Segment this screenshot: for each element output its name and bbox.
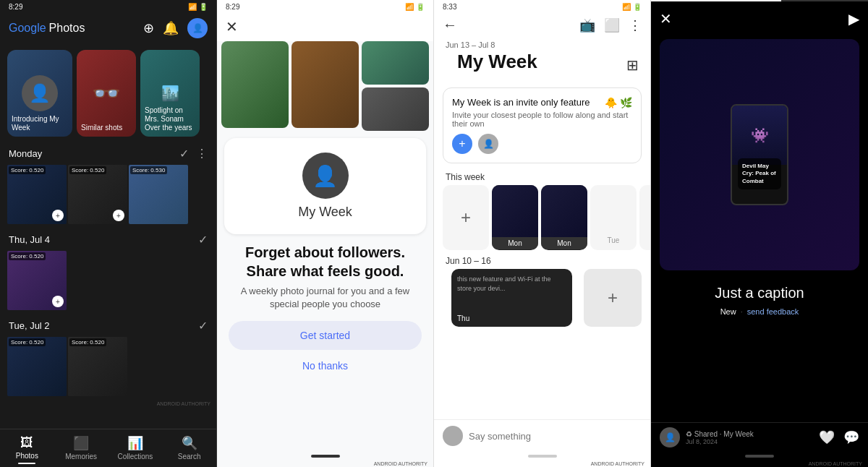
memory-card-spotlight[interactable]: 🏙️ Spotlight on Mrs. Sonam Over the year…	[140, 50, 200, 137]
tue-check-icon[interactable]: ✓	[198, 319, 208, 333]
shared-date: Jul 8, 2024	[686, 438, 754, 445]
video-thumbnail[interactable]: 👾 Devil May Cry: Peak of Combat	[660, 39, 859, 270]
feedback-link[interactable]: send feedback	[747, 307, 799, 316]
back-button[interactable]: ←	[443, 17, 457, 33]
prev-week-card[interactable]: this new feature and Wi-Fi at the store …	[451, 269, 572, 327]
week-day-mon-1-label: Mon	[492, 237, 538, 249]
watermark-2: ANDROID AUTHORITY	[217, 460, 433, 467]
photo-thumb-thu-1[interactable]: Score: 0.520 +	[7, 251, 67, 310]
phone-mockup: 👾 Devil May Cry: Peak of Combat	[731, 104, 788, 205]
prev-week-text: this new feature and Wi-Fi at the store …	[451, 269, 572, 299]
photo-thumb-3[interactable]: Score: 0.530	[129, 165, 188, 224]
myweek-card-title: My Week	[298, 205, 352, 220]
nav-photos-label: Photos	[16, 452, 38, 460]
photos-text: Photos	[49, 22, 85, 35]
week-day-mon-2-label: Mon	[541, 237, 587, 249]
memory-card-similar[interactable]: 👓 Similar shots	[77, 50, 136, 137]
week-days-scroll: + Mon Mon Tue W	[434, 185, 650, 250]
add-icon[interactable]: ⊕	[143, 20, 154, 36]
photos-nav-icon: 🖼	[20, 435, 33, 450]
nav-memories[interactable]: ⬛ Memories	[59, 435, 103, 464]
app-logo: Google Photos	[9, 22, 85, 35]
check-circle-icon[interactable]: ✓	[179, 147, 189, 160]
bell-icon[interactable]: 🔔	[163, 20, 179, 36]
like-icon[interactable]: 🤍	[819, 429, 835, 445]
more-options-icon[interactable]: ⋮	[629, 17, 642, 33]
nav-memories-label: Memories	[65, 453, 97, 460]
shared-by-label: ♻ Shared · My Week	[686, 430, 754, 438]
add-person-button[interactable]: +	[452, 134, 472, 154]
thu-section-header: Thu, Jul 4 ✓	[0, 228, 216, 251]
panel4-close-button[interactable]: ✕	[660, 10, 672, 27]
nav-active-indicator	[18, 463, 35, 464]
score-badge-thu-1: Score: 0.520	[9, 252, 46, 260]
score-badge-tue-2: Score: 0.520	[69, 338, 106, 346]
score-badge-tue-1: Score: 0.520	[9, 338, 46, 346]
week-day-mon-2[interactable]: Mon	[541, 185, 587, 250]
feedback-row: New · send feedback	[651, 306, 868, 317]
photos-header: Google Photos ⊕ 🔔 👤	[0, 12, 216, 44]
progress-bar-fill	[651, 0, 781, 1]
grid-view-icon[interactable]: ⊞	[626, 56, 639, 74]
invite-avatar: 👤	[478, 134, 498, 154]
game-title: Devil May Cry: Peak of Combat	[742, 163, 777, 185]
photo-thumb-2[interactable]: Score: 0.520 +	[68, 165, 127, 224]
home-indicator-4	[745, 455, 774, 458]
feedback-separator: ·	[741, 307, 743, 316]
collage-photo-4	[362, 87, 429, 131]
time-1: 8:29	[9, 3, 22, 11]
collage-photo-2	[292, 41, 359, 128]
panel4-play-button[interactable]: ▶	[848, 10, 859, 27]
video-content: 👾 Devil May Cry: Peak of Combat	[660, 39, 859, 270]
photo-thumb-tue-2[interactable]: Score: 0.520	[68, 337, 127, 396]
prev-week-add-button[interactable]: +	[584, 269, 642, 327]
watermark-3: ANDROID AUTHORITY	[434, 460, 650, 467]
prev-week-row: this new feature and Wi-Fi at the store …	[434, 269, 650, 327]
photo-thumb-tue-1[interactable]: Score: 0.520	[7, 337, 67, 396]
user-avatar[interactable]: 👤	[187, 18, 208, 38]
status-bar-2: 8:29 📶 🔋	[217, 0, 433, 12]
person-icon: 👤	[29, 83, 51, 103]
caption-text: Just a caption	[651, 276, 868, 306]
collage-photo-1	[221, 41, 289, 128]
week-day-mon-1[interactable]: Mon	[492, 185, 538, 250]
monday-photos: Score: 0.520 + Score: 0.520 + Score: 0.5…	[0, 165, 216, 228]
subtitle: A weekly photo journal for you and a few…	[229, 285, 422, 311]
memory-label-intro: Introducing My Week	[12, 115, 68, 132]
video-game-scene: 👾	[732, 106, 787, 165]
thu-check-icon[interactable]: ✓	[198, 233, 208, 247]
prev-text-content: this new feature and Wi-Fi at the store …	[457, 275, 566, 293]
no-thanks-button[interactable]: No thanks	[297, 354, 354, 377]
photo-plus-2[interactable]: +	[113, 210, 124, 221]
tablet-icon[interactable]: ⬜	[604, 17, 620, 33]
home-indicator-3	[528, 455, 557, 458]
panel4-topbar: ✕ ▶	[651, 3, 868, 33]
status-icons-1: 📶 🔋	[188, 3, 208, 11]
comment-icon[interactable]: 💬	[843, 429, 859, 445]
nav-collections-label: Collections	[117, 453, 153, 460]
photo-plus-thu[interactable]: +	[52, 296, 64, 307]
week-day-mon-2-img	[541, 185, 587, 237]
panel-myweek-intro: 8:29 📶 🔋 ✕ 👤 My Week Forget about follow…	[217, 0, 434, 467]
invite-sub: Invite your closest people to follow alo…	[452, 111, 632, 128]
more-vert-icon[interactable]: ⋮	[196, 147, 208, 160]
panel4-bottom-bar: 👤 ♻ Shared · My Week Jul 8, 2024 🤍 💬	[651, 422, 868, 452]
score-badge-3: Score: 0.530	[130, 166, 167, 174]
panel-video-caption: ✕ ▶ 👾 Devil May Cry: Peak of Combat Just…	[651, 0, 868, 467]
week-day-mon-1-img	[492, 185, 538, 237]
panel-myweek-detail: 8:33 📶 🔋 ← 📺 ⬜ ⋮ Jun 13 – Jul 8 My Week …	[434, 0, 651, 467]
photo-thumb-1[interactable]: Score: 0.520 +	[7, 165, 67, 224]
nav-search[interactable]: 🔍 Search	[168, 435, 211, 464]
tue-photos: Score: 0.520 Score: 0.520	[0, 337, 216, 400]
comment-input[interactable]	[469, 431, 642, 442]
photo-plus-1[interactable]: +	[52, 210, 64, 221]
tue-actions: ✓	[198, 319, 208, 333]
add-day-button[interactable]: +	[443, 185, 489, 250]
close-button[interactable]: ✕	[226, 18, 238, 35]
nav-collections[interactable]: 📊 Collections	[114, 435, 157, 464]
video-overlay: Devil May Cry: Peak of Combat	[738, 158, 781, 189]
memory-card-intro[interactable]: 👤 Introducing My Week	[7, 50, 72, 137]
nav-photos[interactable]: 🖼 Photos	[5, 435, 48, 464]
get-started-button[interactable]: Get started	[229, 321, 422, 350]
cast-icon[interactable]: 📺	[579, 17, 595, 33]
